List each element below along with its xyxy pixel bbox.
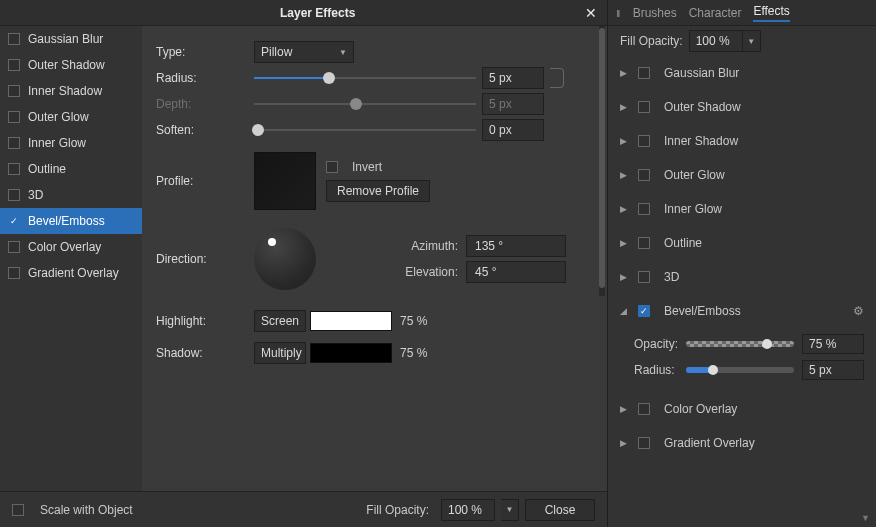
elevation-input[interactable]: 45 ° bbox=[466, 261, 566, 283]
chevron-down-icon: ▼ bbox=[506, 505, 514, 514]
shadow-blend-dropdown[interactable]: Multiply bbox=[254, 342, 306, 364]
fx-item-outer-glow[interactable]: Outer Glow bbox=[0, 104, 142, 130]
tree-item-bevel-emboss[interactable]: ◢✓Bevel/Emboss⚙ bbox=[608, 294, 876, 328]
tree-item-inner-shadow[interactable]: ▶Inner Shadow bbox=[608, 124, 876, 158]
tree-checkbox[interactable] bbox=[638, 271, 650, 283]
fx-checkbox[interactable] bbox=[8, 85, 20, 97]
disclosure-arrow-icon[interactable]: ▶ bbox=[620, 102, 632, 112]
fx-item-inner-glow[interactable]: Inner Glow bbox=[0, 130, 142, 156]
scale-with-object-checkbox[interactable] bbox=[12, 504, 24, 516]
radius-input[interactable]: 5 px bbox=[482, 67, 544, 89]
disclosure-arrow-icon[interactable]: ▶ bbox=[620, 68, 632, 78]
fx-checkbox[interactable] bbox=[8, 111, 20, 123]
tree-item-label: Outline bbox=[664, 236, 702, 250]
radius-label: Radius: bbox=[156, 71, 254, 85]
panel-fill-opacity-input[interactable]: 100 % bbox=[689, 30, 743, 52]
tree-item-outer-glow[interactable]: ▶Outer Glow bbox=[608, 158, 876, 192]
panel-grip-icon[interactable]: ıı bbox=[616, 6, 619, 20]
effect-config-pane: Type: Pillow ▼ Radius: 5 px bbox=[142, 26, 607, 491]
fx-item-gaussian-blur[interactable]: Gaussian Blur bbox=[0, 26, 142, 52]
invert-checkbox[interactable] bbox=[326, 161, 338, 173]
radius-input[interactable]: 5 px bbox=[802, 360, 864, 380]
fx-checkbox[interactable] bbox=[8, 241, 20, 253]
fx-item-outer-shadow[interactable]: Outer Shadow bbox=[0, 52, 142, 78]
highlight-color-swatch[interactable] bbox=[310, 311, 392, 331]
direction-label: Direction: bbox=[156, 252, 254, 266]
disclosure-arrow-icon[interactable]: ▶ bbox=[620, 404, 632, 414]
disclosure-arrow-icon[interactable]: ▶ bbox=[620, 204, 632, 214]
shadow-opacity-value[interactable]: 75 % bbox=[400, 346, 427, 360]
dialog-titlebar[interactable]: Layer Effects ✕ bbox=[0, 0, 607, 26]
tab-brushes[interactable]: Brushes bbox=[633, 6, 677, 20]
fx-checkbox[interactable] bbox=[8, 59, 20, 71]
fx-checkbox[interactable] bbox=[8, 163, 20, 175]
soften-slider[interactable] bbox=[254, 119, 476, 141]
tree-item-inner-glow[interactable]: ▶Inner Glow bbox=[608, 192, 876, 226]
shadow-color-swatch[interactable] bbox=[310, 343, 392, 363]
fx-checkbox[interactable] bbox=[8, 137, 20, 149]
scrollbar[interactable] bbox=[599, 26, 605, 296]
fx-item-outline[interactable]: Outline bbox=[0, 156, 142, 182]
tree-checkbox[interactable] bbox=[638, 237, 650, 249]
type-dropdown[interactable]: Pillow ▼ bbox=[254, 41, 354, 63]
tree-item-gaussian-blur[interactable]: ▶Gaussian Blur bbox=[608, 56, 876, 90]
gear-icon[interactable]: ⚙ bbox=[853, 304, 864, 318]
close-icon[interactable]: ✕ bbox=[585, 5, 597, 21]
tree-item-3d[interactable]: ▶3D bbox=[608, 260, 876, 294]
tree-item-gradient-overlay[interactable]: ▶Gradient Overlay bbox=[608, 426, 876, 460]
tree-item-label: Outer Glow bbox=[664, 168, 725, 182]
tree-checkbox[interactable] bbox=[638, 203, 650, 215]
invert-label: Invert bbox=[352, 160, 382, 174]
fx-item-gradient-overlay[interactable]: Gradient Overlay bbox=[0, 260, 142, 286]
opacity-input[interactable]: 75 % bbox=[802, 334, 864, 354]
remove-profile-button[interactable]: Remove Profile bbox=[326, 180, 430, 202]
disclosure-arrow-icon[interactable]: ▶ bbox=[620, 136, 632, 146]
depth-label: Depth: bbox=[156, 97, 254, 111]
fill-opacity-dropdown[interactable]: ▼ bbox=[501, 499, 519, 521]
profile-swatch[interactable] bbox=[254, 152, 316, 210]
tree-item-outer-shadow[interactable]: ▶Outer Shadow bbox=[608, 90, 876, 124]
shadow-label: Shadow: bbox=[156, 346, 254, 360]
fx-item-inner-shadow[interactable]: Inner Shadow bbox=[0, 78, 142, 104]
link-icon[interactable] bbox=[550, 68, 564, 88]
disclosure-arrow-icon[interactable]: ◢ bbox=[620, 306, 632, 316]
tab-effects[interactable]: Effects bbox=[753, 4, 789, 22]
tab-character[interactable]: Character bbox=[689, 6, 742, 20]
tree-checkbox[interactable] bbox=[638, 101, 650, 113]
fx-item-label: Inner Glow bbox=[28, 136, 86, 150]
radius-slider[interactable] bbox=[254, 67, 476, 89]
radius-slider[interactable] bbox=[686, 367, 794, 373]
tree-checkbox[interactable] bbox=[638, 403, 650, 415]
tree-item-color-overlay[interactable]: ▶Color Overlay bbox=[608, 392, 876, 426]
direction-ball[interactable] bbox=[254, 228, 316, 290]
disclosure-arrow-icon[interactable]: ▶ bbox=[620, 238, 632, 248]
opacity-slider[interactable] bbox=[686, 341, 794, 347]
fx-item-label: Color Overlay bbox=[28, 240, 101, 254]
tree-checkbox[interactable] bbox=[638, 67, 650, 79]
disclosure-arrow-icon[interactable]: ▶ bbox=[620, 272, 632, 282]
tree-item-label: Inner Shadow bbox=[664, 134, 738, 148]
fx-checkbox[interactable]: ✓ bbox=[8, 215, 20, 227]
fx-item-label: Outline bbox=[28, 162, 66, 176]
tree-checkbox[interactable] bbox=[638, 135, 650, 147]
resize-grip-icon[interactable]: ▼ bbox=[861, 513, 870, 527]
highlight-opacity-value[interactable]: 75 % bbox=[400, 314, 427, 328]
fx-checkbox[interactable] bbox=[8, 189, 20, 201]
azimuth-input[interactable]: 135 ° bbox=[466, 235, 566, 257]
tree-checkbox[interactable]: ✓ bbox=[638, 305, 650, 317]
tree-item-outline[interactable]: ▶Outline bbox=[608, 226, 876, 260]
panel-fill-opacity-dropdown[interactable]: ▼ bbox=[743, 30, 761, 52]
fx-item-3d[interactable]: 3D bbox=[0, 182, 142, 208]
tree-checkbox[interactable] bbox=[638, 437, 650, 449]
fill-opacity-input[interactable]: 100 % bbox=[441, 499, 495, 521]
fx-item-bevel-emboss[interactable]: ✓Bevel/Emboss bbox=[0, 208, 142, 234]
fx-checkbox[interactable] bbox=[8, 33, 20, 45]
soften-input[interactable]: 0 px bbox=[482, 119, 544, 141]
highlight-blend-dropdown[interactable]: Screen bbox=[254, 310, 306, 332]
disclosure-arrow-icon[interactable]: ▶ bbox=[620, 438, 632, 448]
fx-item-color-overlay[interactable]: Color Overlay bbox=[0, 234, 142, 260]
close-button[interactable]: Close bbox=[525, 499, 595, 521]
fx-checkbox[interactable] bbox=[8, 267, 20, 279]
disclosure-arrow-icon[interactable]: ▶ bbox=[620, 170, 632, 180]
tree-checkbox[interactable] bbox=[638, 169, 650, 181]
